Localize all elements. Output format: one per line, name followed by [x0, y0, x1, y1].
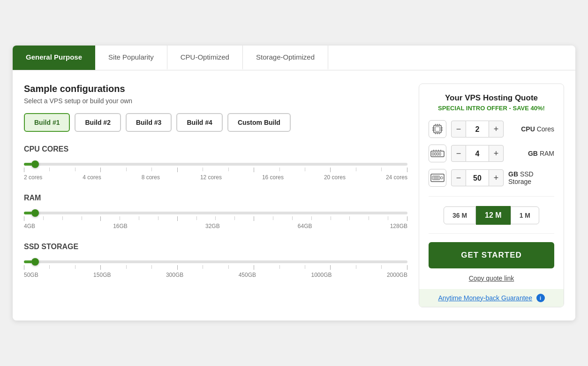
tick [151, 168, 152, 171]
ssd-tick-label: 150GB [93, 272, 111, 278]
tick [49, 168, 50, 171]
cpu-cores-label: CPU CORES [24, 145, 407, 153]
ssd-tick-label: 300GB [166, 272, 183, 278]
tick [43, 216, 44, 220]
ssd-decrement-button[interactable]: − [451, 169, 466, 186]
cpu-stepper: − 2 + [451, 121, 516, 137]
cpu-icon [429, 120, 446, 138]
ssd-tick-label: 450GB [239, 272, 256, 278]
build-btn-1[interactable]: Build #1 [24, 113, 70, 132]
tick [349, 216, 350, 220]
guarantee-link[interactable]: Anytime Money-back Guarantee [438, 294, 532, 302]
cpu-tick-label: 24 cores [386, 174, 407, 181]
tick [151, 265, 152, 269]
ssd-tick-label: 50GB [24, 272, 38, 278]
build-btn-2[interactable]: Build #2 [75, 113, 121, 132]
svg-rect-14 [431, 151, 444, 157]
tick [120, 216, 120, 220]
term-36m-button[interactable]: 36 M [444, 206, 476, 224]
ram-tick-labels: 4GB 16GB 32GB 64GB 128GB [24, 223, 407, 229]
term-12m-button[interactable]: 12 M [476, 206, 511, 225]
main-container: General Purpose Site Popularity CPU-Opti… [13, 46, 575, 321]
cpu-increment-button[interactable]: + [489, 121, 504, 137]
cpu-cores-ticks [24, 168, 407, 172]
build-btn-4[interactable]: Build #4 [176, 113, 222, 132]
tab-cpu-optimized[interactable]: CPU-Optimized [167, 46, 243, 70]
tick [215, 216, 216, 220]
ram-stepper: − 4 + [451, 145, 523, 162]
tick [62, 216, 63, 220]
ram-ticks [24, 216, 407, 221]
tick [24, 168, 24, 172]
left-panel: Sample configurations Select a VPS setup… [24, 84, 407, 308]
copy-quote-link: Copy quote link [429, 274, 554, 282]
cpu-cores-tick-labels: 2 cores 4 cores 8 cores 12 cores 16 core… [24, 174, 407, 181]
cpu-cores-slider[interactable] [24, 163, 407, 166]
cpu-tick-label: 20 cores [324, 174, 346, 181]
ram-label: GB RAM [528, 150, 554, 157]
svg-point-25 [441, 176, 443, 179]
get-started-button[interactable]: GET STARTED [429, 242, 554, 268]
special-offer: SPECIAL INTRO OFFER - SAVE 40%! [429, 105, 554, 112]
tick [126, 265, 127, 269]
tick [407, 168, 407, 172]
ram-tick-label: 16GB [113, 223, 128, 229]
tick [356, 168, 356, 171]
tick [139, 216, 139, 220]
tick [305, 168, 305, 171]
ram-slider[interactable] [24, 212, 407, 214]
tab-general-purpose[interactable]: General Purpose [13, 46, 95, 70]
tick [75, 265, 75, 269]
ram-resource-row: − 4 + GB RAM [429, 145, 554, 162]
cpu-tick-label: 2 cores [24, 174, 42, 181]
build-btn-custom[interactable]: Custom Build [227, 113, 291, 132]
ssd-slider[interactable] [24, 260, 407, 263]
svg-rect-0 [434, 125, 441, 133]
tick [330, 265, 331, 270]
section-heading: Sample configurations [24, 84, 407, 94]
ram-icon [429, 145, 446, 162]
ssd-section: SSD STORAGE [24, 243, 407, 278]
section-subtitle: Select a VPS setup or build your own [24, 97, 407, 105]
tick [100, 265, 101, 270]
ram-decrement-button[interactable]: − [451, 145, 466, 162]
tick [203, 168, 203, 171]
copy-quote-anchor[interactable]: Copy quote link [469, 274, 514, 282]
tick [203, 265, 203, 269]
tab-storage-optimized[interactable]: Storage-Optimized [243, 46, 328, 70]
ssd-label: SSD STORAGE [24, 243, 407, 251]
ssd-increment-button[interactable]: + [489, 169, 504, 186]
tick [24, 216, 24, 221]
tick [126, 168, 127, 171]
build-btn-3[interactable]: Build #3 [126, 113, 172, 132]
term-1m-button[interactable]: 1 M [511, 206, 539, 224]
cpu-cores-section: CPU CORES [24, 145, 407, 181]
cpu-tick-label: 12 cores [200, 174, 222, 181]
ssd-stepper: − 50 + [451, 169, 504, 186]
svg-rect-16 [435, 152, 436, 155]
ram-increment-button[interactable]: + [489, 145, 504, 162]
cpu-tick-label: 8 cores [142, 174, 160, 181]
right-panel: Your VPS Hosting Quote SPECIAL INTRO OFF… [419, 84, 564, 308]
cpu-decrement-button[interactable]: − [451, 121, 466, 137]
info-icon[interactable]: i [536, 294, 545, 302]
tick [177, 216, 178, 221]
tick [305, 265, 305, 269]
svg-rect-15 [432, 152, 434, 155]
tab-site-popularity[interactable]: Site Popularity [95, 46, 167, 70]
tick [407, 216, 407, 221]
tick [369, 216, 369, 220]
tick [388, 216, 388, 220]
tick [273, 216, 273, 220]
quote-title: Your VPS Hosting Quote [429, 93, 554, 103]
tick [292, 216, 293, 220]
tick [311, 216, 312, 220]
tick [177, 168, 178, 172]
ssd-range-container: 50GB 150GB 300GB 450GB 1000GB 2000GB [24, 257, 407, 278]
tick [407, 265, 407, 270]
tick [100, 168, 101, 172]
ram-range-container: 4GB 16GB 32GB 64GB 128GB [24, 208, 407, 229]
tick [196, 216, 197, 220]
cpu-tick-label: 4 cores [83, 174, 101, 181]
tick [177, 265, 178, 270]
